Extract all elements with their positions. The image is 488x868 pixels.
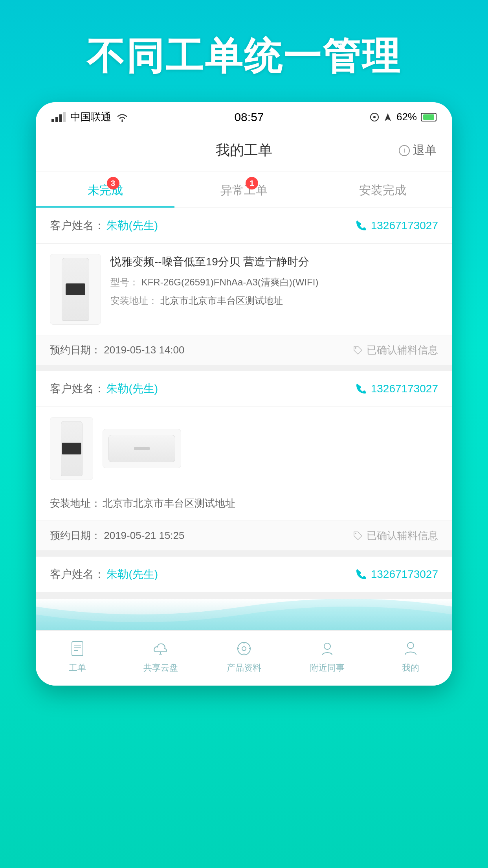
- tab-incomplete-badge: 3: [107, 177, 119, 189]
- svg-point-21: [242, 647, 246, 651]
- svg-rect-3: [63, 112, 66, 122]
- confirmed-label-1: 已确认辅料信息: [367, 343, 438, 357]
- product-image-wall-2: [103, 429, 181, 468]
- nav-nearby[interactable]: 附近同事: [286, 638, 369, 674]
- order-card-2: 客户姓名： 朱勒(先生) 13267173027: [36, 371, 452, 550]
- address-label-1: 安装地址：: [110, 295, 158, 306]
- model-detail-1: 型号： KFR-26G(26591)FNhAa-A3(清爽白)(WIFI): [110, 275, 438, 290]
- nav-cloud-label: 共享云盘: [143, 662, 178, 674]
- order-card-3: 客户姓名： 朱勒(先生) 13267173027: [36, 557, 452, 592]
- profile-icon: [400, 638, 421, 659]
- location-icon: [370, 112, 379, 122]
- appt-date-value-1: 2019-05-13 14:00: [104, 344, 184, 356]
- confirmed-tag-1[interactable]: 已确认辅料信息: [352, 343, 438, 357]
- customer-row-2: 客户姓名： 朱勒(先生) 13267173027: [36, 371, 452, 407]
- workorder-icon: [67, 638, 88, 659]
- model-value-1: KFR-26G(26591)FNhAa-A3(清爽白)(WIFI): [141, 277, 319, 287]
- info-icon: i: [399, 145, 410, 156]
- phone-num-2[interactable]: 13267173027: [355, 383, 438, 395]
- appt-label-1: 预约日期：: [50, 344, 101, 356]
- product-icon: [234, 638, 254, 659]
- phone-number-2: 13267173027: [371, 383, 438, 395]
- nav-product-label: 产品资料: [227, 662, 261, 674]
- nav-workorder[interactable]: 工单: [36, 638, 119, 674]
- tag-icon-2: [352, 530, 363, 541]
- tag-icon-1: [352, 345, 363, 356]
- confirmed-label-2: 已确认辅料信息: [367, 529, 438, 542]
- phone-num-3[interactable]: 13267173027: [355, 568, 438, 581]
- svg-point-9: [355, 533, 356, 534]
- tabs-bar: 未完成 3 异常工单 1 安装完成: [36, 171, 452, 208]
- address-value-1: 北京市北京市丰台区测试地址: [160, 295, 283, 306]
- phone-frame: 中国联通 08:57 62%: [36, 102, 452, 686]
- svg-text:i: i: [404, 147, 405, 154]
- svg-point-5: [373, 116, 376, 118]
- nearby-icon: [317, 638, 338, 659]
- dual-product-row-2: [36, 407, 452, 490]
- status-left: 中国联通: [51, 110, 128, 124]
- svg-rect-2: [59, 114, 62, 122]
- phone-num-1[interactable]: 13267173027: [355, 219, 438, 232]
- signal-icon: [51, 112, 66, 122]
- ac-floor-unit-1: [62, 258, 89, 321]
- product-image-floor-2: [50, 417, 93, 480]
- app-header-title: 我的工单: [216, 141, 272, 160]
- customer-name-1: 朱勒(先生): [106, 219, 158, 232]
- product-name-1: 悦雅变频--噪音低至19分贝 营造宁静时分: [110, 254, 438, 269]
- nav-profile-label: 我的: [402, 662, 419, 674]
- phone-number-1: 13267173027: [371, 219, 438, 232]
- quit-label[interactable]: 退单: [413, 142, 437, 158]
- quit-action[interactable]: i 退单: [399, 142, 437, 158]
- svg-point-23: [407, 642, 414, 649]
- customer-row-1: 客户姓名： 朱勒(先生) 13267173027: [36, 208, 452, 244]
- model-label-1: 型号：: [110, 277, 139, 287]
- confirmed-tag-2[interactable]: 已确认辅料信息: [352, 529, 438, 542]
- wifi-icon: [116, 112, 128, 122]
- app-header: 我的工单 i 退单: [36, 130, 452, 171]
- tab-abnormal-label: 异常工单: [220, 184, 268, 197]
- customer-label-1: 客户姓名：: [50, 219, 105, 232]
- phone-icon-1: [355, 220, 367, 232]
- status-right: 62%: [370, 111, 437, 123]
- nav-nearby-label: 附近同事: [310, 662, 345, 674]
- customer-name-3: 朱勒(先生): [106, 568, 158, 580]
- tab-complete[interactable]: 安装完成: [314, 171, 452, 208]
- address-value-2: 北京市北京市丰台区测试地址: [103, 497, 235, 509]
- cloud-icon: [150, 638, 171, 659]
- nav-cloud[interactable]: 共享云盘: [119, 638, 202, 674]
- address-label-2: 安装地址：: [50, 497, 101, 509]
- customer-info-1: 客户姓名： 朱勒(先生): [50, 218, 158, 233]
- wave-decoration: [36, 599, 452, 630]
- customer-name-2: 朱勒(先生): [106, 383, 158, 395]
- svg-rect-10: [72, 642, 83, 656]
- svg-rect-0: [51, 119, 54, 122]
- appt-date-value-2: 2019-05-21 15:25: [104, 530, 184, 541]
- phone-icon-3: [355, 568, 367, 580]
- order-card-1: 客户姓名： 朱勒(先生) 13267173027 悦雅变频--噪音低至19分贝 …: [36, 208, 452, 365]
- tab-complete-label: 安装完成: [359, 184, 406, 197]
- tab-abnormal[interactable]: 异常工单 1: [174, 171, 313, 208]
- svg-point-8: [355, 347, 356, 349]
- product-image-1: [50, 254, 101, 325]
- tab-incomplete[interactable]: 未完成 3: [36, 171, 174, 208]
- customer-info-3: 客户姓名： 朱勒(先生): [50, 567, 158, 582]
- nav-profile[interactable]: 我的: [369, 638, 452, 674]
- bottom-nav: 工单 共享云盘: [36, 630, 452, 686]
- phone-number-3: 13267173027: [371, 568, 438, 581]
- carrier-label: 中国联通: [70, 110, 111, 124]
- appt-date-2: 预约日期： 2019-05-21 15:25: [50, 529, 185, 542]
- customer-info-2: 客户姓名： 朱勒(先生): [50, 381, 158, 396]
- content-area: 客户姓名： 朱勒(先生) 13267173027 悦雅变频--噪音低至19分贝 …: [36, 208, 452, 630]
- battery-percent: 62%: [396, 111, 417, 123]
- ac-floor-unit-2: [61, 421, 83, 476]
- customer-label-3: 客户姓名：: [50, 568, 105, 580]
- product-info-1: 悦雅变频--噪音低至19分贝 营造宁静时分 型号： KFR-26G(26591)…: [110, 254, 438, 311]
- nav-product[interactable]: 产品资料: [202, 638, 286, 674]
- address-row-2: 安装地址： 北京市北京市丰台区测试地址: [36, 490, 452, 520]
- footer-row-2: 预约日期： 2019-05-21 15:25 已确认辅料信息: [36, 520, 452, 550]
- hero-title: 不同工单统一管理: [0, 0, 488, 102]
- svg-rect-1: [55, 117, 58, 122]
- customer-row-3: 客户姓名： 朱勒(先生) 13267173027: [36, 557, 452, 592]
- status-time: 08:57: [234, 110, 264, 124]
- svg-point-16: [238, 642, 250, 655]
